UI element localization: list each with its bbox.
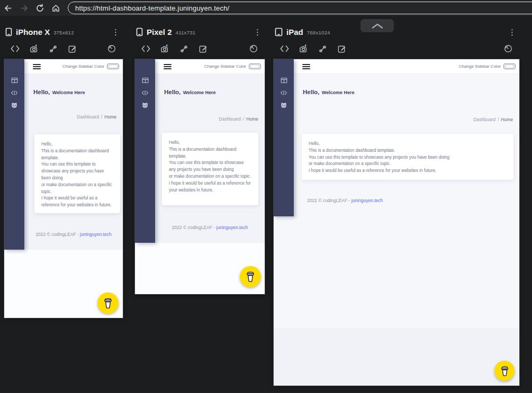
site-topbar: Change Sidebar Color — [24, 59, 123, 74]
footer-link[interactable]: juninguyen.tech — [217, 225, 248, 230]
edit-device-icon[interactable] — [67, 44, 77, 54]
site-footer: 2022 © codingLEAF - juninguyen.tech — [155, 225, 265, 230]
device-menu-button[interactable]: ⋮ — [506, 27, 518, 37]
page-greeting: Hello, Welcome Here — [303, 87, 355, 96]
hamburger-menu-icon[interactable] — [164, 64, 172, 69]
sidebar-color-toggle[interactable] — [503, 63, 516, 69]
back-icon[interactable] — [0, 0, 16, 16]
url-text: https://html-dashboard-template.juninguy… — [75, 4, 229, 12]
breadcrumb-dashboard[interactable]: Dashboard — [219, 116, 241, 122]
breadcrumb: Dashboard/Home — [219, 116, 258, 122]
footer-link[interactable]: juninguyen.tech — [80, 232, 112, 237]
screenshot-camera-icon[interactable] — [299, 44, 309, 54]
device-toolbar — [274, 42, 519, 55]
code-icon[interactable] — [11, 90, 18, 96]
buy-me-coffee-button[interactable] — [240, 266, 261, 287]
github-icon[interactable] — [141, 102, 149, 108]
code-icon[interactable] — [141, 90, 149, 96]
reload-icon[interactable] — [32, 0, 48, 16]
device-toolbar — [135, 42, 265, 55]
device-name: iPhone X — [16, 28, 50, 36]
device-menu-button[interactable]: ⋮ — [251, 27, 264, 37]
touch-interaction-icon[interactable] — [318, 44, 328, 54]
devtools-code-icon[interactable] — [10, 44, 20, 53]
sidebar-color-toggle[interactable] — [107, 63, 119, 69]
sidebar-color-toggle[interactable] — [249, 63, 261, 69]
history-icon[interactable] — [249, 44, 258, 53]
breadcrumb-home: Home — [104, 114, 116, 120]
phone-icon — [5, 28, 12, 36]
change-sidebar-color-label: Change Sidebar Color — [62, 64, 104, 69]
responsive-preview-window: https://html-dashboard-template.juninguy… — [0, 0, 532, 393]
github-icon[interactable] — [280, 102, 287, 108]
screenshot-camera-icon[interactable] — [160, 44, 170, 54]
layout-icon[interactable] — [142, 77, 149, 84]
layout-icon[interactable] — [281, 77, 287, 84]
edit-device-icon[interactable] — [198, 44, 208, 54]
device-toolbar — [4, 42, 123, 55]
greeting-welcome: Welcome Here — [322, 90, 355, 95]
device-dimensions: 375x812 — [53, 30, 74, 35]
coffee-cup-icon — [102, 297, 114, 309]
edit-device-icon[interactable] — [337, 44, 347, 54]
greeting-welcome: Welcome Here — [183, 90, 216, 95]
buy-me-coffee-button[interactable] — [494, 361, 515, 381]
page-background-lower — [274, 328, 519, 386]
device-dimensions: 768x1024 — [307, 30, 330, 35]
phone-icon — [136, 28, 143, 36]
site-topbar: Change Sidebar Color — [155, 59, 265, 74]
tablet-icon — [275, 28, 283, 36]
device-header: iPad 768x1024 ⋮ — [275, 25, 518, 39]
screenshot-camera-icon[interactable] — [29, 44, 39, 54]
site-topbar: Change Sidebar Color — [294, 59, 519, 74]
buy-me-coffee-button[interactable] — [97, 293, 119, 314]
site-footer: 2022 © codingLEAF - juninguyen.tech — [307, 198, 383, 203]
change-sidebar-color-label: Change Sidebar Color — [204, 64, 246, 69]
page-greeting: Hello, Welcome Here — [33, 87, 85, 96]
coffee-cup-icon — [245, 270, 256, 283]
page-greeting: Hello, Welcome Here — [164, 87, 216, 96]
breadcrumb-dashboard[interactable]: Dashboard — [473, 117, 495, 122]
device-name: iPad — [286, 28, 303, 36]
site-sidebar — [274, 59, 294, 216]
history-icon[interactable] — [107, 44, 116, 53]
greeting-hello: Hello, — [303, 89, 319, 95]
devtools-code-icon[interactable] — [141, 44, 151, 53]
device-header: Pixel 2 411x731 ⋮ — [136, 25, 264, 39]
device-menu-button[interactable]: ⋮ — [110, 27, 122, 37]
browser-toolbar: https://html-dashboard-template.juninguy… — [0, 0, 532, 16]
hamburger-menu-icon[interactable] — [33, 64, 41, 69]
home-icon[interactable] — [48, 0, 64, 16]
device-header: iPhone X 375x812 ⋮ — [5, 25, 122, 39]
coffee-cup-icon — [499, 365, 510, 377]
intro-card: Hello, This is a documentation dashboard… — [162, 133, 258, 205]
change-sidebar-color-label: Change Sidebar Color — [459, 64, 501, 69]
code-icon[interactable] — [280, 90, 287, 96]
github-icon[interactable] — [11, 102, 18, 108]
history-icon[interactable] — [503, 44, 513, 53]
layout-icon[interactable] — [11, 77, 18, 84]
greeting-hello: Hello, — [33, 89, 50, 95]
hamburger-menu-icon[interactable] — [302, 64, 310, 69]
footer-link[interactable]: juninguyen.tech — [351, 198, 383, 203]
greeting-welcome: Welcome Here — [52, 90, 85, 95]
site-sidebar — [135, 59, 155, 243]
site-footer: 2022 © codingLEAF - juninguyen.tech — [24, 232, 123, 237]
intro-card: Hello, This is a documentation dashboard… — [302, 134, 513, 180]
forward-icon[interactable] — [16, 0, 32, 16]
device-dimensions: 411x731 — [176, 30, 196, 35]
intro-card: Hello, This is a documentation dashboard… — [34, 134, 120, 213]
device-screen-pixel-2: Change Sidebar Color Hello, Welcome Here… — [135, 59, 265, 294]
breadcrumb-dashboard[interactable]: Dashboard — [77, 114, 99, 120]
device-screen-ipad: Change Sidebar Color Hello, Welcome Here… — [274, 59, 519, 386]
breadcrumb: Dashboard/Home — [473, 117, 513, 122]
breadcrumb-home: Home — [246, 116, 258, 122]
device-name: Pixel 2 — [147, 28, 172, 36]
breadcrumb: Dashboard/Home — [77, 114, 116, 120]
devtools-code-icon[interactable] — [279, 44, 290, 53]
site-sidebar — [4, 59, 24, 250]
address-bar[interactable]: https://html-dashboard-template.juninguy… — [68, 2, 532, 14]
touch-interaction-icon[interactable] — [179, 44, 189, 54]
greeting-hello: Hello, — [164, 89, 181, 95]
touch-interaction-icon[interactable] — [48, 44, 58, 54]
